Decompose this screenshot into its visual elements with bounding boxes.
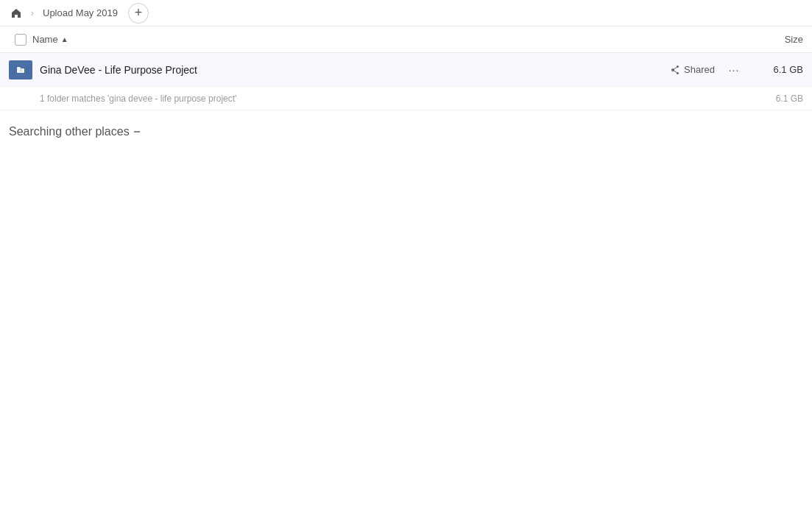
top-bar: › Upload May 2019 + [0, 0, 812, 26]
size-column-header[interactable]: Size [744, 34, 803, 45]
home-button[interactable] [6, 3, 27, 24]
searching-label: Searching other places [9, 125, 803, 138]
add-button[interactable]: + [128, 3, 149, 24]
column-headers: Name ▲ Size [0, 26, 812, 53]
summary-row: 1 folder matches 'gina devee - life purp… [0, 87, 812, 110]
sort-arrow-icon: ▲ [61, 35, 68, 43]
share-link-icon [670, 65, 680, 75]
home-icon [10, 7, 22, 19]
searching-spinner [134, 131, 140, 132]
summary-size: 6.1 GB [744, 93, 803, 104]
file-name: Gina DeVee - Life Purpose Project [32, 64, 670, 76]
breadcrumb-label[interactable]: Upload May 2019 [38, 6, 122, 20]
shared-badge: Shared [670, 64, 715, 75]
header-checkbox-col [9, 34, 32, 46]
file-icon-col [9, 60, 32, 80]
searching-section: Searching other places [0, 110, 812, 147]
link-in-folder-icon [15, 65, 26, 75]
name-column-header[interactable]: Name ▲ [32, 34, 744, 45]
breadcrumb-separator: › [31, 8, 34, 18]
file-size: 6.1 GB [744, 64, 803, 75]
file-row[interactable]: Gina DeVee - Life Purpose Project Shared… [0, 53, 812, 87]
select-all-checkbox[interactable] [15, 34, 27, 46]
folder-icon [9, 60, 32, 80]
shared-label: Shared [684, 64, 715, 75]
summary-text: 1 folder matches 'gina devee - life purp… [9, 93, 744, 104]
more-options-button[interactable]: ··· [724, 60, 744, 80]
